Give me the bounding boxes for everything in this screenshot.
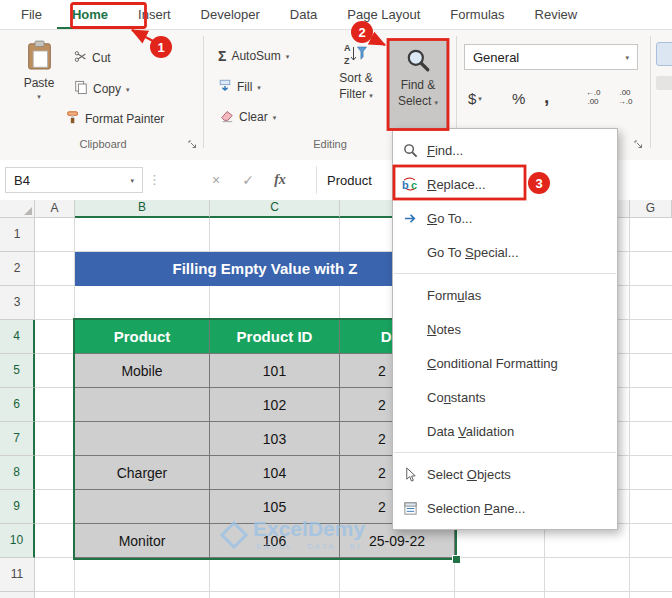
menu-item-go-to-special[interactable]: Go To Special... bbox=[393, 235, 617, 269]
table-header-product-id[interactable]: Product ID bbox=[210, 320, 340, 354]
select-all-corner[interactable] bbox=[0, 200, 35, 218]
tab-review[interactable]: Review bbox=[520, 0, 593, 29]
row-header-6[interactable]: 6 bbox=[0, 388, 35, 422]
comma-icon: , bbox=[544, 86, 549, 108]
insert-function-button[interactable]: fx bbox=[266, 160, 294, 200]
menu-item-notes[interactable]: Notes bbox=[393, 312, 617, 346]
row-header-3[interactable]: 3 bbox=[0, 286, 35, 320]
tab-file[interactable]: File bbox=[6, 0, 57, 29]
increase-decimal-icon: ←.0 bbox=[578, 88, 608, 97]
decrease-decimal-icon: .00 bbox=[610, 88, 640, 97]
row-header-9[interactable]: 9 bbox=[0, 490, 35, 524]
clear-button[interactable]: Clear ▾ bbox=[220, 108, 276, 126]
paste-button[interactable]: Paste ▾ bbox=[12, 40, 66, 100]
chevron-down-icon: ▾ bbox=[435, 99, 439, 106]
number-format-dropdown[interactable]: General ▾ bbox=[464, 44, 638, 70]
menu-item-label: Notes bbox=[427, 322, 461, 337]
row-header-11[interactable]: 11 bbox=[0, 558, 35, 592]
menu-item-data-validation[interactable]: Data Validation bbox=[393, 414, 617, 448]
table-header-product[interactable]: Product bbox=[75, 320, 210, 354]
cell-b10[interactable]: Monitor bbox=[75, 524, 210, 558]
row-header-10[interactable]: 10 bbox=[0, 524, 35, 558]
sort-filter-button[interactable]: A Z Sort & Filter ▾ bbox=[328, 42, 384, 101]
menu-item-label: Selection Pane... bbox=[427, 501, 525, 516]
row-header-5[interactable]: 5 bbox=[0, 354, 35, 388]
tab-home[interactable]: Home bbox=[57, 0, 123, 29]
cell-b6[interactable] bbox=[75, 388, 210, 422]
tab-insert[interactable]: Insert bbox=[123, 0, 186, 29]
cell-b9[interactable] bbox=[75, 490, 210, 524]
tab-data[interactable]: Data bbox=[275, 0, 332, 29]
menu-item-formulas[interactable]: Formulas bbox=[393, 278, 617, 312]
svg-text:A: A bbox=[344, 43, 351, 53]
row-header-7[interactable]: 7 bbox=[0, 422, 35, 456]
paste-label: Paste bbox=[24, 77, 55, 90]
cancel-button[interactable]: × bbox=[202, 160, 230, 200]
column-header-g[interactable]: G bbox=[630, 200, 672, 218]
chevron-down-icon[interactable]: ▾ bbox=[130, 177, 134, 184]
column-header-c[interactable]: C bbox=[210, 200, 340, 218]
cell-c9[interactable]: 105 bbox=[210, 490, 340, 524]
find-select-button[interactable]: Find & Select ▾ bbox=[389, 40, 447, 129]
fill-button[interactable]: Fill ▾ bbox=[218, 78, 261, 96]
tab-page-layout[interactable]: Page Layout bbox=[332, 0, 435, 29]
cell-b5[interactable]: Mobile bbox=[75, 354, 210, 388]
formula-bar-divider bbox=[316, 166, 317, 194]
cut-button[interactable]: Cut bbox=[74, 50, 111, 66]
tab-formulas[interactable]: Formulas bbox=[435, 0, 519, 29]
row-header-12[interactable] bbox=[0, 592, 35, 598]
cell-b8[interactable]: Charger bbox=[75, 456, 210, 490]
find-select-label-line2: Select ▾ bbox=[398, 95, 438, 108]
format-painter-icon bbox=[66, 110, 80, 128]
menu-item-selection-pane[interactable]: Selection Pane... bbox=[393, 491, 617, 525]
decrease-decimal-button[interactable]: .00 →.0 bbox=[610, 88, 640, 106]
format-painter-button[interactable]: Format Painter bbox=[66, 110, 164, 128]
row-header-1[interactable]: 1 bbox=[0, 218, 35, 252]
menu-item-replace[interactable]: b c Replace... bbox=[393, 167, 617, 201]
column-header-b[interactable]: B bbox=[75, 200, 210, 218]
name-box[interactable]: B4 ▾ bbox=[5, 167, 143, 193]
menu-item-conditional-formatting[interactable]: Conditional Formatting bbox=[393, 346, 617, 380]
menu-item-select-objects[interactable]: Select Objects bbox=[393, 457, 617, 491]
cell-c5[interactable]: 101 bbox=[210, 354, 340, 388]
menu-separator bbox=[394, 452, 616, 453]
cell-b7[interactable] bbox=[75, 422, 210, 456]
row-headers: 1 2 3 4 5 6 7 8 9 10 11 bbox=[0, 218, 35, 598]
row-header-2[interactable]: 2 bbox=[0, 252, 35, 286]
menu-item-label: Conditional Formatting bbox=[427, 356, 558, 371]
scissors-icon bbox=[74, 50, 87, 66]
clipboard-dialog-launcher[interactable] bbox=[186, 138, 198, 150]
clear-label: Clear bbox=[239, 110, 268, 124]
sort-filter-label-line2: Filter ▾ bbox=[339, 88, 373, 101]
cell-c7[interactable]: 103 bbox=[210, 422, 340, 456]
fill-handle[interactable] bbox=[452, 555, 461, 564]
percent-format-button[interactable]: % bbox=[512, 90, 525, 107]
row-header-4[interactable]: 4 bbox=[0, 320, 35, 354]
menu-item-go-to[interactable]: Go To... bbox=[393, 201, 617, 235]
number-dialog-launcher[interactable] bbox=[632, 138, 644, 150]
enter-button[interactable]: ✓ bbox=[234, 160, 262, 200]
tab-developer[interactable]: Developer bbox=[186, 0, 275, 29]
increase-decimal-button[interactable]: ←.0 .00 bbox=[578, 88, 608, 106]
formula-input[interactable]: Product bbox=[327, 160, 372, 200]
clipped-icon bbox=[656, 76, 672, 90]
autosum-button[interactable]: Σ AutoSum ▾ bbox=[218, 48, 289, 64]
svg-text:c: c bbox=[411, 179, 417, 191]
chevron-down-icon: ▾ bbox=[369, 92, 373, 99]
menu-item-find[interactable]: Find... bbox=[393, 133, 617, 167]
column-header-a[interactable]: A bbox=[35, 200, 75, 218]
chevron-down-icon: ▾ bbox=[478, 95, 482, 102]
chevron-down-icon: ▾ bbox=[625, 54, 629, 61]
currency-format-button[interactable]: $ ▾ bbox=[468, 90, 482, 107]
menu-item-label: Find... bbox=[427, 143, 463, 158]
copy-button[interactable]: Copy ▾ bbox=[74, 80, 130, 98]
cell-c6[interactable]: 102 bbox=[210, 388, 340, 422]
comma-format-button[interactable]: , bbox=[544, 86, 549, 108]
name-box-value: B4 bbox=[14, 173, 30, 188]
menu-item-constants[interactable]: Constants bbox=[393, 380, 617, 414]
cell-c8[interactable]: 104 bbox=[210, 456, 340, 490]
row-header-8[interactable]: 8 bbox=[0, 456, 35, 490]
cell-c10[interactable]: 106 bbox=[210, 524, 340, 558]
replace-icon: b c bbox=[393, 176, 427, 192]
chevron-down-icon: ▾ bbox=[126, 86, 130, 93]
